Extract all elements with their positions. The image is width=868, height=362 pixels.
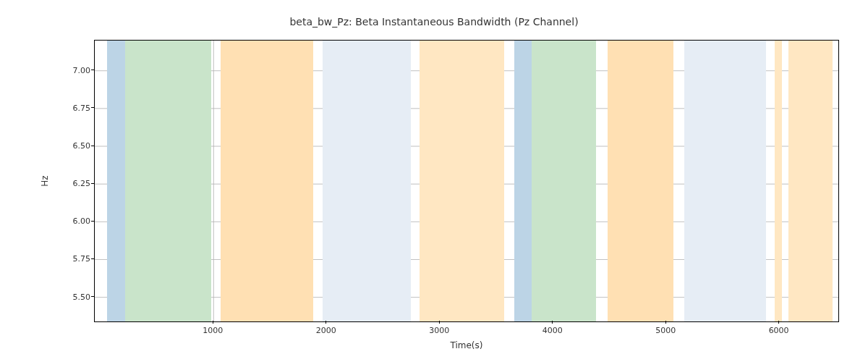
x-tick-mark (213, 321, 213, 324)
plot-area (94, 40, 839, 322)
y-tick-label: 6.75 (47, 103, 90, 112)
x-tick-label: 6000 (769, 326, 789, 335)
background-band (624, 41, 673, 321)
figure: beta_bw_Pz: Beta Instantaneous Bandwidth… (0, 0, 868, 362)
x-tick-mark (778, 321, 779, 324)
y-tick-label: 6.00 (47, 216, 90, 226)
x-axis-label: Time(s) (94, 340, 839, 350)
background-band (323, 41, 411, 321)
y-tick-label: 5.75 (47, 254, 90, 264)
background-band (420, 41, 504, 321)
x-tick-label: 3000 (429, 326, 449, 335)
background-band (775, 41, 781, 321)
y-tick-mark (91, 183, 94, 184)
y-tick-mark (91, 221, 94, 222)
y-tick-mark (91, 258, 94, 259)
background-band (514, 41, 531, 321)
background-band (608, 41, 624, 321)
y-tick-label: 6.25 (47, 179, 90, 188)
background-band (532, 41, 596, 321)
x-tick-label: 5000 (655, 326, 676, 335)
background-band (788, 41, 833, 321)
x-tick-mark (439, 321, 440, 324)
y-tick-mark (91, 107, 94, 108)
y-tick-label: 7.00 (47, 65, 90, 75)
x-tick-mark (326, 321, 326, 324)
x-tick-mark (665, 321, 666, 324)
background-band (125, 41, 211, 321)
y-tick-mark (91, 296, 94, 297)
x-tick-label: 4000 (542, 326, 563, 335)
x-tick-mark (552, 321, 553, 324)
background-band (684, 41, 766, 321)
y-tick-mark (91, 146, 94, 146)
background-band (107, 41, 125, 321)
background-band (221, 41, 313, 321)
x-tick-label: 1000 (203, 326, 223, 335)
y-tick-label: 5.50 (47, 292, 90, 301)
chart-title: beta_bw_Pz: Beta Instantaneous Bandwidth… (0, 16, 868, 28)
y-tick-label: 6.50 (47, 141, 90, 151)
x-tick-label: 2000 (316, 326, 336, 335)
y-tick-mark (91, 70, 94, 70)
